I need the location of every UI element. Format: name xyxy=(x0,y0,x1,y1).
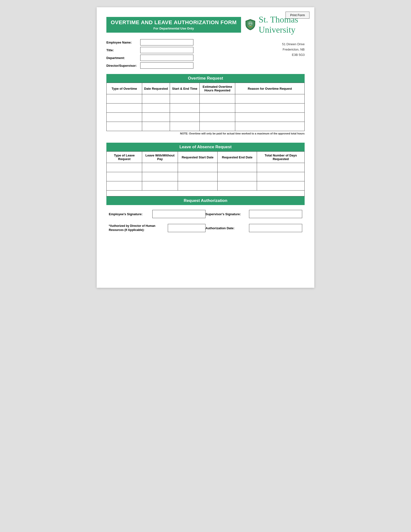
col-estimated-hours: Estimated Overtime Hours Requested xyxy=(199,83,235,94)
leave-start-cell-1[interactable] xyxy=(178,163,217,172)
leave-pay-input-3[interactable] xyxy=(142,181,177,190)
leave-end-cell-2[interactable] xyxy=(217,172,257,181)
reason-cell-4[interactable] xyxy=(235,122,305,131)
leave-days-cell-2[interactable] xyxy=(257,172,305,181)
shield-icon: STU xyxy=(245,15,255,34)
date-requested-input-2[interactable] xyxy=(142,104,170,113)
leave-days-input-1[interactable] xyxy=(257,163,304,172)
auth-fields-container: Employee's Signature: Supervisor's Signa… xyxy=(106,205,305,235)
leave-pay-cell-3[interactable] xyxy=(142,181,178,190)
table-row xyxy=(107,122,305,131)
leave-type-cell-1[interactable] xyxy=(107,163,142,172)
start-end-cell-2[interactable] xyxy=(170,104,200,113)
leave-start-input-1[interactable] xyxy=(178,163,217,172)
hours-cell-3[interactable] xyxy=(199,113,235,122)
date-requested-input-1[interactable] xyxy=(142,94,170,103)
leave-type-cell-2[interactable] xyxy=(107,172,142,181)
start-end-input-4[interactable] xyxy=(170,122,199,131)
leave-days-cell-3[interactable] xyxy=(257,181,305,190)
leave-note-row xyxy=(107,190,305,196)
leave-pay-input-2[interactable] xyxy=(142,172,177,181)
leave-pay-input-1[interactable] xyxy=(142,163,177,172)
employee-name-input[interactable] xyxy=(140,39,193,46)
title-input[interactable] xyxy=(140,47,193,53)
overtime-type-cell-4[interactable] xyxy=(107,122,142,131)
overtime-type-cell-2[interactable] xyxy=(107,104,142,113)
leave-pay-cell-2[interactable] xyxy=(142,172,178,181)
start-end-input-1[interactable] xyxy=(170,94,199,103)
start-end-input-2[interactable] xyxy=(170,104,199,113)
reason-input-2[interactable] xyxy=(235,104,304,113)
leave-start-cell-3[interactable] xyxy=(178,181,217,190)
leave-end-cell-3[interactable] xyxy=(217,181,257,190)
leave-start-input-3[interactable] xyxy=(178,181,217,190)
date-requested-input-3[interactable] xyxy=(142,113,170,122)
leave-start-input-2[interactable] xyxy=(178,172,217,181)
overtime-section: Overtime Request Type of Overtime Date R… xyxy=(106,74,305,138)
leave-start-cell-2[interactable] xyxy=(178,172,217,181)
director-auth-label: *Authorized by Director of Human Resourc… xyxy=(109,224,168,232)
leave-end-input-2[interactable] xyxy=(218,172,257,181)
form-main-title: OVERTIME AND LEAVE AUTHORIZATION FORM xyxy=(111,19,237,26)
director-auth-input[interactable] xyxy=(168,224,206,232)
hours-cell-2[interactable] xyxy=(199,104,235,113)
start-end-cell-1[interactable] xyxy=(170,94,200,104)
leave-end-input-1[interactable] xyxy=(218,163,257,172)
leave-end-cell-1[interactable] xyxy=(217,163,257,172)
date-requested-cell-4[interactable] xyxy=(142,122,170,131)
supervisor-input[interactable] xyxy=(140,62,193,69)
svg-text:STU: STU xyxy=(249,23,252,24)
department-row: Department: xyxy=(106,55,215,61)
reason-input-3[interactable] xyxy=(235,113,304,122)
overtime-type-cell-1[interactable] xyxy=(107,94,142,104)
reason-input-4[interactable] xyxy=(235,122,304,131)
start-end-cell-4[interactable] xyxy=(170,122,200,131)
auth-date-label: Authorization Date: xyxy=(206,226,249,230)
table-row xyxy=(107,181,305,190)
auth-section-header: Request Authorization xyxy=(106,196,305,205)
leave-type-input-1[interactable] xyxy=(107,163,142,172)
employee-info-section: Employee Name: Title: Department: Direct… xyxy=(106,39,305,70)
address-line1: 51 Dineen Drive xyxy=(215,42,305,47)
leave-type-cell-3[interactable] xyxy=(107,181,142,190)
hours-cell-4[interactable] xyxy=(199,122,235,131)
overtime-type-input-3[interactable] xyxy=(107,113,142,122)
auth-date-input[interactable] xyxy=(249,224,302,232)
employee-signature-input[interactable] xyxy=(152,210,206,218)
print-button[interactable]: Print Form xyxy=(286,12,309,19)
col-start-date: Requested Start Date xyxy=(178,152,217,163)
date-requested-cell-1[interactable] xyxy=(142,94,170,104)
date-requested-cell-3[interactable] xyxy=(142,113,170,122)
leave-table: Type of Leave Request Leave With/Without… xyxy=(106,151,305,196)
leave-days-cell-1[interactable] xyxy=(257,163,305,172)
employee-signature-label: Employee's Signature: xyxy=(109,212,152,216)
hours-cell-1[interactable] xyxy=(199,94,235,104)
form-page: Print Form OVERTIME AND LEAVE AUTHORIZAT… xyxy=(97,7,314,288)
supervisor-signature-input[interactable] xyxy=(249,210,302,218)
leave-days-input-3[interactable] xyxy=(257,181,304,190)
hours-input-3[interactable] xyxy=(200,113,235,122)
start-end-input-3[interactable] xyxy=(170,113,199,122)
department-input[interactable] xyxy=(140,55,193,61)
leave-type-input-3[interactable] xyxy=(107,181,142,190)
reason-cell-2[interactable] xyxy=(235,104,305,113)
employee-name-label: Employee Name: xyxy=(106,41,140,44)
leave-pay-cell-1[interactable] xyxy=(142,163,178,172)
hours-input-2[interactable] xyxy=(200,104,235,113)
overtime-type-cell-3[interactable] xyxy=(107,113,142,122)
hours-input-4[interactable] xyxy=(200,122,235,131)
date-requested-cell-2[interactable] xyxy=(142,104,170,113)
start-end-cell-3[interactable] xyxy=(170,113,200,122)
leave-end-input-3[interactable] xyxy=(218,181,257,190)
overtime-type-input-4[interactable] xyxy=(107,122,142,131)
reason-input-1[interactable] xyxy=(235,94,304,103)
reason-cell-3[interactable] xyxy=(235,113,305,122)
overtime-type-input-2[interactable] xyxy=(107,104,142,113)
overtime-type-input-1[interactable] xyxy=(107,94,142,103)
reason-cell-1[interactable] xyxy=(235,94,305,104)
leave-days-input-2[interactable] xyxy=(257,172,304,181)
supervisor-signature-label: Supervisor's Signature: xyxy=(206,212,249,216)
leave-type-input-2[interactable] xyxy=(107,172,142,181)
hours-input-1[interactable] xyxy=(200,94,235,103)
date-requested-input-4[interactable] xyxy=(142,122,170,131)
